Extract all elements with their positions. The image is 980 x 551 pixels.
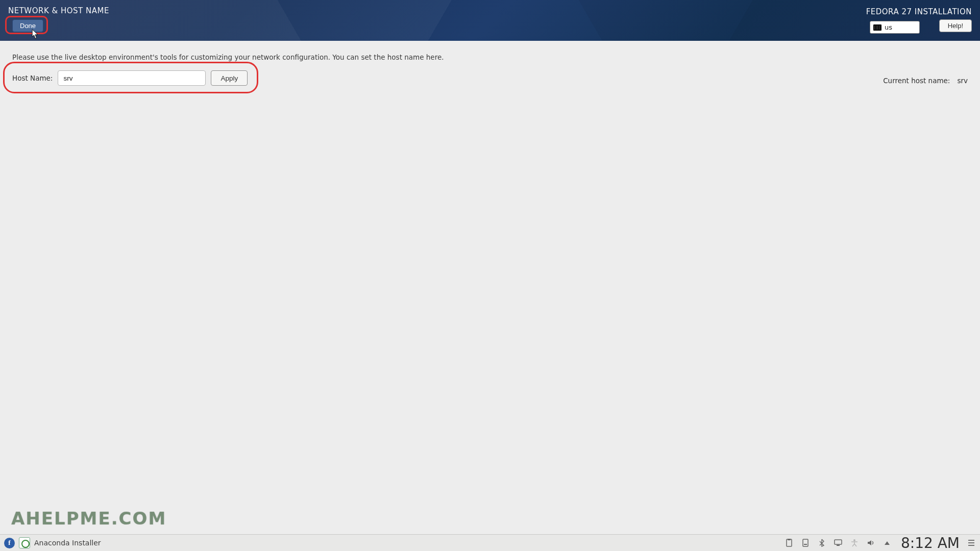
- svg-rect-4: [835, 540, 842, 544]
- done-button[interactable]: Done: [12, 19, 43, 32]
- fedora-logo-icon[interactable]: [4, 538, 15, 548]
- install-title: FEDORA 27 INSTALLATION: [866, 7, 972, 16]
- hostname-label: Host Name:: [12, 74, 53, 82]
- tray-expand-icon[interactable]: [883, 538, 892, 547]
- svg-rect-0: [787, 539, 792, 546]
- current-hostname: Current host name: srv: [883, 77, 968, 85]
- taskbar-right: 8:12 AM: [785, 535, 976, 552]
- keyboard-layout-indicator[interactable]: us: [870, 21, 920, 34]
- volume-icon[interactable]: [866, 538, 875, 547]
- drive-icon[interactable]: [801, 538, 810, 547]
- instruction-text: Please use the live desktop environment'…: [12, 53, 968, 61]
- svg-rect-1: [788, 539, 791, 540]
- anaconda-app-icon[interactable]: [19, 537, 30, 548]
- svg-rect-3: [804, 544, 807, 545]
- svg-rect-2: [803, 539, 808, 546]
- taskbar-app-label[interactable]: Anaconda Installer: [34, 539, 101, 547]
- keyboard-icon: [873, 24, 881, 31]
- svg-rect-5: [837, 545, 840, 546]
- page-title: NETWORK & HOST NAME: [8, 6, 109, 15]
- current-hostname-value: srv: [957, 77, 968, 85]
- bluetooth-icon[interactable]: [817, 538, 826, 547]
- svg-point-6: [853, 539, 855, 541]
- clipboard-icon[interactable]: [785, 538, 794, 547]
- taskbar: Anaconda Installer 8:12 AM: [0, 534, 980, 551]
- header-bar: NETWORK & HOST NAME FEDORA 27 INSTALLATI…: [0, 0, 980, 41]
- clock[interactable]: 8:12 AM: [901, 535, 960, 552]
- hostname-row: Host Name: Apply: [12, 70, 968, 86]
- apply-button[interactable]: Apply: [211, 70, 248, 86]
- hamburger-menu-icon[interactable]: [967, 538, 976, 547]
- main-content: Please use the live desktop environment'…: [0, 41, 980, 534]
- taskbar-left: Anaconda Installer: [4, 537, 101, 548]
- current-hostname-label: Current host name:: [883, 77, 950, 85]
- help-button[interactable]: Help!: [939, 19, 972, 32]
- keyboard-layout-label: us: [885, 23, 892, 31]
- hostname-input[interactable]: [58, 70, 206, 86]
- display-icon[interactable]: [834, 538, 843, 547]
- watermark-text: AHELPME.COM: [11, 508, 166, 529]
- accessibility-icon[interactable]: [850, 538, 859, 547]
